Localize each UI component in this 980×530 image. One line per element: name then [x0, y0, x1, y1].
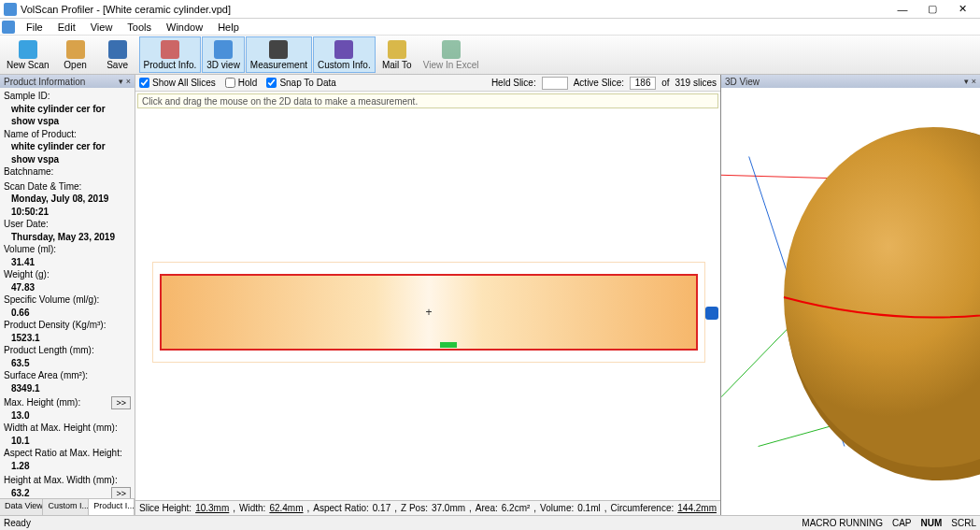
status-cap: CAP — [892, 518, 912, 528]
toolbar-label: Product Info. — [144, 60, 197, 70]
val-user-dt: Thursday, May 23, 2019 — [4, 231, 131, 244]
panel-pin-icon-3d[interactable]: ▾ — [964, 77, 969, 86]
toolbar-measurement-button[interactable]: Measurement — [246, 36, 312, 73]
chk-show-all[interactable]: Show All Slices — [139, 78, 216, 88]
stat-circ: 144.2mm — [677, 503, 717, 513]
menu-tools[interactable]: Tools — [120, 20, 159, 35]
lbl-batch: Batchname: — [4, 165, 131, 179]
lbl-mh: Max. Height (mm):>> — [4, 396, 131, 409]
menu-edit[interactable]: Edit — [50, 20, 83, 35]
app-status-bar: Ready MACRO RUNNING CAP NUM SCRL — [0, 515, 980, 530]
minimize-button[interactable]: — — [888, 1, 916, 18]
lbl-name: Name of Product: — [4, 128, 131, 141]
toolbar-mail-to-button[interactable]: Mail To — [376, 36, 418, 73]
lbl-of: of — [661, 78, 669, 88]
toolbar-3d-view-button[interactable]: 3D view — [202, 36, 245, 73]
toolbar-save-button[interactable]: Save — [97, 36, 138, 73]
toolbar-open-button[interactable]: Open — [55, 36, 96, 73]
lbl-active-slice: Active Slice: — [574, 78, 624, 88]
lbl-vol: Volume (ml): — [4, 243, 131, 256]
toolbar-label: View In Excel — [423, 60, 479, 70]
stat-zp: 37.0mm — [432, 503, 465, 513]
svg-rect-1 — [66, 40, 85, 59]
info-tabs: Data View Custom I... Product I... — [0, 498, 135, 515]
val-armh: 1.28 — [4, 460, 131, 473]
panel-pin-icon[interactable]: ▾ — [119, 77, 123, 86]
chk-snap[interactable]: Snap To Data — [266, 78, 335, 88]
canvas-3d[interactable] — [721, 88, 980, 515]
tab-data-view[interactable]: Data View — [0, 499, 43, 515]
chk-hold[interactable]: Hold — [225, 78, 258, 88]
maximize-button[interactable]: ▢ — [918, 1, 946, 18]
toolbar-label: 3D view — [206, 60, 240, 70]
toolbar-label: Save — [107, 60, 128, 70]
svg-rect-2 — [108, 40, 127, 59]
svg-point-15 — [784, 127, 980, 467]
svg-rect-8 — [442, 40, 461, 59]
lbl-user-dt: User Date: — [4, 218, 131, 231]
marker-bottom-icon[interactable] — [440, 342, 457, 348]
val-pl: 63.5 — [4, 357, 131, 370]
stat-ar: 0.17 — [373, 503, 391, 513]
stat-width: 62.4mm — [269, 503, 303, 513]
lbl-hmw: Height at Max. Width (mm):>> — [4, 474, 131, 487]
status-ready: Ready — [4, 518, 31, 528]
val-pd: 1523.1 — [4, 332, 131, 345]
toolbar-view-in-excel-button: View In Excel — [419, 36, 484, 73]
stat-vol: 0.1ml — [577, 503, 600, 513]
menu-help[interactable]: Help — [210, 20, 247, 35]
panel-close-icon-3d[interactable]: × — [972, 77, 976, 86]
panel-header-3d: 3D View ▾ × — [721, 75, 980, 88]
panel-title: Product Information — [4, 77, 85, 87]
go-mh-button[interactable]: >> — [111, 396, 131, 409]
toolbar-new-scan-button[interactable]: New Scan — [2, 36, 54, 73]
slice-bar: Show All Slices Hold Snap To Data Held S… — [135, 75, 720, 92]
go-hmw-button[interactable]: >> — [111, 487, 131, 499]
toolbar-label: Measurement — [250, 60, 307, 70]
svg-rect-4 — [214, 40, 233, 59]
menu-window[interactable]: Window — [159, 20, 210, 35]
app-icon — [4, 3, 17, 16]
val-name: white cylinder cer for show vspa — [4, 140, 131, 165]
lbl-sv: Specific Volume (ml/g): — [4, 294, 131, 307]
status-macro: MACRO RUNNING — [802, 518, 883, 528]
product-info-panel: Product Information ▾ × Sample ID: white… — [0, 75, 135, 515]
lbl-held-slice: Held Slice: — [491, 78, 536, 88]
toolbar-label: New Scan — [7, 60, 50, 70]
val-scan-dt: Monday, July 08, 2019 10:50:21 — [4, 193, 131, 218]
active-slice-input[interactable] — [630, 77, 656, 90]
canvas-2d[interactable] — [135, 110, 720, 500]
lbl-pl: Product Length (mm): — [4, 344, 131, 357]
tab-custom-info[interactable]: Custom I... — [43, 499, 89, 515]
panel-title-3d: 3D View — [725, 77, 760, 87]
stat-area: 6.2cm² — [502, 503, 531, 513]
close-button[interactable]: ✕ — [948, 1, 976, 18]
work-area: Product Information ▾ × Sample ID: white… — [0, 75, 980, 515]
svg-rect-3 — [161, 40, 179, 59]
marker-right-icon[interactable] — [705, 307, 718, 320]
panel-close-icon[interactable]: × — [126, 77, 131, 86]
product-info-icon — [161, 40, 179, 59]
new-scan-icon — [19, 40, 37, 59]
held-slice-input[interactable] — [542, 77, 568, 90]
val-sv: 0.66 — [4, 307, 131, 320]
info-scroll[interactable]: Sample ID: white cylinder cer for show v… — [0, 88, 135, 498]
toolbar-custom-info-button[interactable]: Custom Info. — [313, 36, 376, 73]
custom-info-icon — [334, 40, 353, 59]
toolbar-product-info-button[interactable]: Product Info. — [139, 36, 202, 73]
title-bar: VolScan Profiler - [White ceramic cylind… — [0, 0, 980, 19]
val-mh: 13.0 — [4, 409, 131, 423]
measurement-icon — [269, 40, 288, 59]
lbl-wmh: Width at Max. Height (mm): — [4, 422, 131, 435]
tab-product-info[interactable]: Product I... — [89, 499, 135, 515]
open-icon — [66, 40, 85, 59]
val-sa: 8349.1 — [4, 382, 131, 395]
view-in-excel-icon — [442, 40, 461, 59]
window-title: VolScan Profiler - [White ceramic cylind… — [21, 4, 888, 15]
status-2d: Slice Height:10.3mm, Width:62.4mm, Aspec… — [135, 500, 720, 515]
toolbar-label: Custom Info. — [318, 60, 371, 70]
menu-file[interactable]: File — [19, 20, 50, 35]
mdi-icon[interactable] — [2, 21, 15, 34]
menu-view[interactable]: View — [83, 20, 121, 35]
status-num: NUM — [921, 518, 943, 528]
